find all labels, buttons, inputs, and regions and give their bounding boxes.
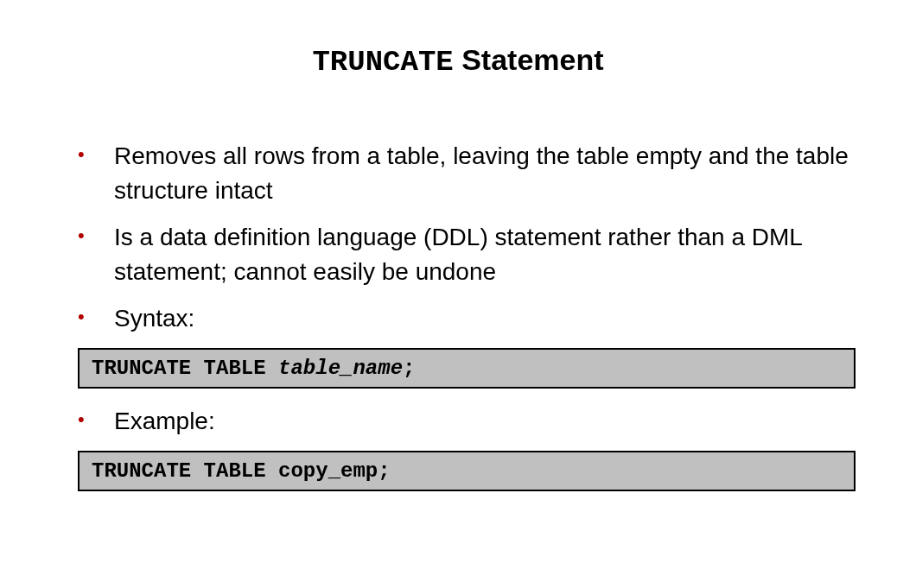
bullet-text: Example: <box>114 404 864 439</box>
bullet-text: Removes all rows from a table, leaving t… <box>114 139 864 208</box>
bullet-icon: • <box>78 301 88 332</box>
bullet-text: Is a data definition language (DDL) stat… <box>114 220 864 289</box>
syntax-code-box: TRUNCATE TABLE table_name; <box>78 348 856 389</box>
bullet-text: Syntax: <box>114 301 864 336</box>
bullet-item: • Syntax: <box>78 301 864 336</box>
bullet-item: • Example: <box>78 404 864 439</box>
title-code-part: TRUNCATE <box>312 46 453 79</box>
bullet-icon: • <box>78 404 88 435</box>
bullet-icon: • <box>78 220 88 251</box>
content-area: • Removes all rows from a table, leaving… <box>52 139 864 491</box>
code-suffix: ; <box>403 357 415 380</box>
example-code-box: TRUNCATE TABLE copy_emp; <box>78 451 856 491</box>
code-keyword: TRUNCATE TABLE <box>92 357 278 380</box>
bullet-item: • Is a data definition language (DDL) st… <box>78 220 864 289</box>
bullet-icon: • <box>78 139 88 170</box>
title-text-part: Statement <box>454 43 604 76</box>
bullet-item: • Removes all rows from a table, leaving… <box>78 139 864 208</box>
code-example: TRUNCATE TABLE copy_emp; <box>92 459 391 483</box>
page-title: TRUNCATE Statement <box>52 43 864 79</box>
code-placeholder: table_name <box>278 357 403 380</box>
